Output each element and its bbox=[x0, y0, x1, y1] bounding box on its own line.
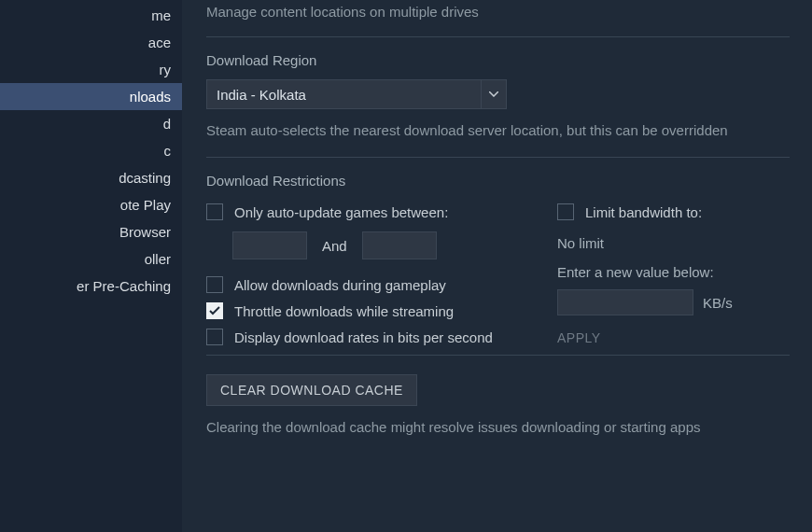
sidebar-item-downloads[interactable]: nloads bbox=[0, 83, 182, 110]
sidebar-item-5[interactable]: c bbox=[0, 137, 182, 164]
sidebar-item-label: me bbox=[151, 7, 171, 23]
sidebar-item-label: nloads bbox=[130, 89, 171, 105]
sidebar-item-label: ote Play bbox=[120, 197, 171, 213]
checkbox-icon bbox=[557, 203, 574, 220]
limit-bandwidth-checkbox-row[interactable]: Limit bandwidth to: bbox=[557, 203, 781, 220]
no-limit-text: No limit bbox=[557, 235, 781, 251]
auto-update-label: Only auto-update games between: bbox=[234, 204, 448, 220]
sidebar-item-label: oller bbox=[145, 251, 171, 267]
sidebar-item-6[interactable]: dcasting bbox=[0, 164, 182, 191]
and-label: And bbox=[322, 238, 347, 254]
bits-per-second-checkbox-row[interactable]: Display download rates in bits per secon… bbox=[206, 329, 533, 345]
bits-per-second-label: Display download rates in bits per secon… bbox=[234, 329, 493, 345]
allow-gameplay-label: Allow downloads during gameplay bbox=[234, 277, 446, 293]
divider bbox=[206, 157, 790, 158]
auto-update-checkbox-row[interactable]: Only auto-update games between: bbox=[206, 203, 533, 220]
main-panel: Manage content locations on multiple dri… bbox=[182, 0, 812, 532]
sidebar-item-10[interactable]: er Pre-Caching bbox=[0, 273, 182, 300]
clear-cache-note: Clearing the download cache might resolv… bbox=[206, 419, 790, 435]
kbps-label: KB/s bbox=[703, 295, 733, 311]
limit-bandwidth-label: Limit bandwidth to: bbox=[585, 204, 702, 220]
download-region-value: India - Kolkata bbox=[206, 79, 481, 109]
throttle-streaming-checkbox-row[interactable]: Throttle downloads while streaming bbox=[206, 302, 533, 319]
time-from-input[interactable] bbox=[232, 231, 307, 259]
throttle-streaming-label: Throttle downloads while streaming bbox=[234, 303, 454, 319]
sidebar-item-label: dcasting bbox=[119, 170, 171, 186]
sidebar-item-label: Browser bbox=[119, 224, 171, 240]
restrictions-grid: Only auto-update games between: And Allo… bbox=[206, 200, 790, 355]
download-region-title: Download Region bbox=[206, 52, 790, 68]
clear-download-cache-button[interactable]: CLEAR DOWNLOAD CACHE bbox=[206, 374, 417, 406]
download-region-select[interactable]: India - Kolkata bbox=[206, 79, 507, 109]
sidebar-item-4[interactable]: d bbox=[0, 110, 182, 137]
sidebar-item-label: ry bbox=[160, 62, 172, 77]
sidebar-item-label: ace bbox=[148, 35, 171, 50]
download-restrictions-title: Download Restrictions bbox=[206, 173, 790, 189]
sidebar-item-1[interactable]: ace bbox=[0, 29, 182, 56]
sidebar-item-label: c bbox=[164, 143, 172, 159]
checkbox-icon bbox=[206, 329, 223, 345]
sidebar-item-2[interactable]: ry bbox=[0, 56, 182, 83]
sidebar: me ace ry nloads d c dcasting ote Play B… bbox=[0, 0, 182, 532]
checkbox-icon bbox=[206, 203, 223, 220]
restrictions-left: Only auto-update games between: And Allo… bbox=[206, 200, 533, 355]
content-locations-desc: Manage content locations on multiple dri… bbox=[206, 4, 790, 20]
allow-gameplay-checkbox-row[interactable]: Allow downloads during gameplay bbox=[206, 276, 533, 293]
apply-button[interactable]: APPLY bbox=[557, 330, 781, 345]
bandwidth-row: KB/s bbox=[557, 289, 781, 315]
sidebar-item-label: er Pre-Caching bbox=[77, 278, 171, 294]
sidebar-item-label: d bbox=[163, 116, 171, 132]
sidebar-item-9[interactable]: oller bbox=[0, 245, 182, 273]
time-to-input[interactable] bbox=[362, 231, 437, 259]
sidebar-item-7[interactable]: ote Play bbox=[0, 191, 182, 218]
auto-update-time-range: And bbox=[232, 231, 533, 259]
divider bbox=[206, 355, 790, 356]
bandwidth-input[interactable] bbox=[557, 289, 693, 315]
checkbox-icon bbox=[206, 276, 223, 293]
download-region-note: Steam auto-selects the nearest download … bbox=[206, 122, 790, 138]
chevron-down-icon bbox=[481, 79, 507, 109]
restrictions-right: Limit bandwidth to: No limit Enter a new… bbox=[557, 200, 781, 355]
divider bbox=[206, 36, 790, 37]
sidebar-item-0[interactable]: me bbox=[0, 2, 182, 29]
sidebar-item-8[interactable]: Browser bbox=[0, 218, 182, 245]
enter-value-label: Enter a new value below: bbox=[557, 264, 781, 280]
checkbox-checked-icon bbox=[206, 302, 223, 319]
